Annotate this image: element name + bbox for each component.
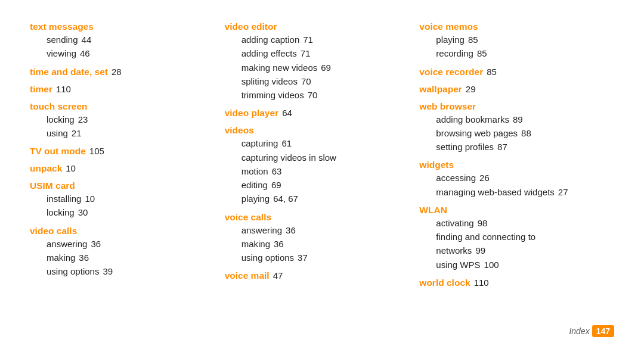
sub-item: motion63 — [225, 164, 420, 178]
sub-item-label: locking — [47, 113, 75, 126]
entry-header: voice recorder85 — [419, 67, 614, 77]
entry-header: video player64 — [225, 108, 420, 119]
sub-item-label: making new videos — [242, 61, 318, 74]
sub-item-num: 36 — [91, 237, 101, 251]
entry-header-label: voice memos — [419, 21, 478, 32]
sub-item-label: sending — [47, 33, 78, 46]
sub-item: managing web-based widgets27 — [419, 185, 614, 199]
column-2: video editoradding caption71adding effec… — [225, 18, 420, 320]
sub-item-num: 69 — [271, 178, 281, 192]
sub-item-label: adding caption — [242, 33, 300, 46]
sub-item: answering36 — [225, 223, 420, 237]
sub-item-num: 26 — [479, 171, 490, 185]
sub-item: recording85 — [419, 46, 614, 60]
sub-item-num: 89 — [513, 113, 523, 126]
index-entry: web browseradding bookmarks89browsing we… — [419, 98, 614, 154]
sub-item-num: 71 — [303, 33, 313, 46]
sub-item: sending44 — [30, 33, 225, 46]
entry-header: voice memos — [419, 21, 614, 32]
entry-header-label: voice mail — [225, 270, 270, 281]
sub-item-label: viewing — [47, 46, 76, 60]
entry-header-label: touch screen — [30, 101, 87, 111]
page-number: 147 — [592, 325, 614, 337]
sub-item-label: answering — [242, 223, 282, 237]
column-3: voice memosplaying85recording85voice rec… — [419, 18, 614, 320]
index-entry: timer110 — [30, 80, 225, 95]
index-entry: videoscapturing61capturing videos in slo… — [225, 121, 420, 205]
entry-header: widgets — [419, 160, 614, 170]
sub-item: making36 — [30, 251, 225, 264]
sub-item-label: trimming videos — [242, 88, 304, 102]
sub-item-num: 61 — [281, 136, 292, 150]
sub-item-label: adding bookmarks — [436, 113, 509, 126]
sub-item-num: 10 — [85, 192, 95, 205]
sub-item: viewing46 — [30, 46, 225, 60]
sub-item: playing64, 67 — [225, 192, 420, 205]
sub-item-label: playing — [242, 192, 270, 205]
sub-item: making36 — [225, 237, 420, 251]
sub-item-label: browsing web pages — [436, 126, 518, 140]
sub-item-label: finding and connecting to — [436, 230, 535, 244]
entry-header-label: time and date, set — [30, 67, 108, 77]
entry-header-label: unpack — [30, 163, 62, 174]
sub-item-num: 85 — [477, 46, 487, 60]
sub-item-num: 36 — [286, 223, 296, 237]
entry-header-label: video player — [225, 108, 278, 119]
entry-header: world clock110 — [419, 278, 614, 288]
sub-item-num: 87 — [497, 140, 507, 154]
sub-item: using WPS100 — [419, 258, 614, 272]
sub-item-label: recording — [436, 46, 473, 60]
sub-item: using21 — [30, 126, 225, 140]
sub-item: networks99 — [419, 244, 614, 257]
entry-header: voice mail47 — [225, 270, 420, 281]
entry-header-num: 105 — [89, 146, 104, 156]
entry-header: video editor — [225, 21, 420, 32]
entry-header: web browser — [419, 101, 614, 112]
entry-header: text messages — [30, 21, 225, 32]
entry-header-label: web browser — [419, 101, 476, 111]
sub-item-num: 99 — [475, 244, 485, 257]
sub-item: answering36 — [30, 237, 225, 251]
sub-item: setting profiles87 — [419, 140, 614, 154]
sub-item-label: answering — [47, 237, 87, 251]
index-entry: video player64 — [225, 104, 420, 119]
sub-item: playing85 — [419, 33, 614, 46]
entry-header: timer110 — [30, 84, 225, 95]
sub-item-num: 23 — [78, 113, 88, 126]
entry-header-label: TV out mode — [30, 146, 86, 157]
sub-item-label: motion — [242, 164, 268, 178]
entry-header-label: videos — [225, 125, 254, 135]
sub-item-label: making — [242, 237, 270, 251]
entry-header-num: 47 — [273, 270, 283, 281]
sub-item-num: 64, 67 — [273, 192, 298, 205]
entry-header: video calls — [30, 226, 225, 236]
sub-item: browsing web pages88 — [419, 126, 614, 140]
sub-item-label: editing — [242, 178, 268, 192]
entry-header: USIM card — [30, 180, 225, 191]
index-entry: time and date, set28 — [30, 63, 225, 78]
entry-header-num: 110 — [474, 278, 489, 288]
entry-header: wallpaper29 — [419, 84, 614, 95]
sub-item-num: 85 — [468, 33, 478, 46]
entry-header-num: 85 — [487, 67, 497, 77]
sub-item: accessing26 — [419, 171, 614, 185]
column-1: text messagessending44viewing46time and … — [30, 18, 225, 320]
page-footer: Index 147 — [30, 320, 614, 337]
sub-item: capturing61 — [225, 136, 420, 150]
sub-item: locking30 — [30, 205, 225, 219]
entry-header-num: 28 — [112, 67, 122, 77]
entry-header-num: 10 — [66, 163, 76, 173]
index-entry: wallpaper29 — [419, 80, 614, 95]
sub-item-num: 70 — [308, 88, 318, 102]
sub-item: adding bookmarks89 — [419, 113, 614, 126]
entry-header-label: widgets — [419, 160, 454, 170]
sub-item: finding and connecting to — [419, 230, 614, 244]
entry-header-num: 29 — [466, 84, 476, 94]
entry-header-label: video editor — [225, 21, 277, 32]
entry-header: time and date, set28 — [30, 67, 225, 77]
index-entry: unpack10 — [30, 160, 225, 174]
sub-item-label: using WPS — [436, 258, 480, 272]
sub-item-num: 39 — [103, 264, 113, 278]
entry-header: voice calls — [225, 212, 420, 223]
sub-item: activating98 — [419, 216, 614, 230]
